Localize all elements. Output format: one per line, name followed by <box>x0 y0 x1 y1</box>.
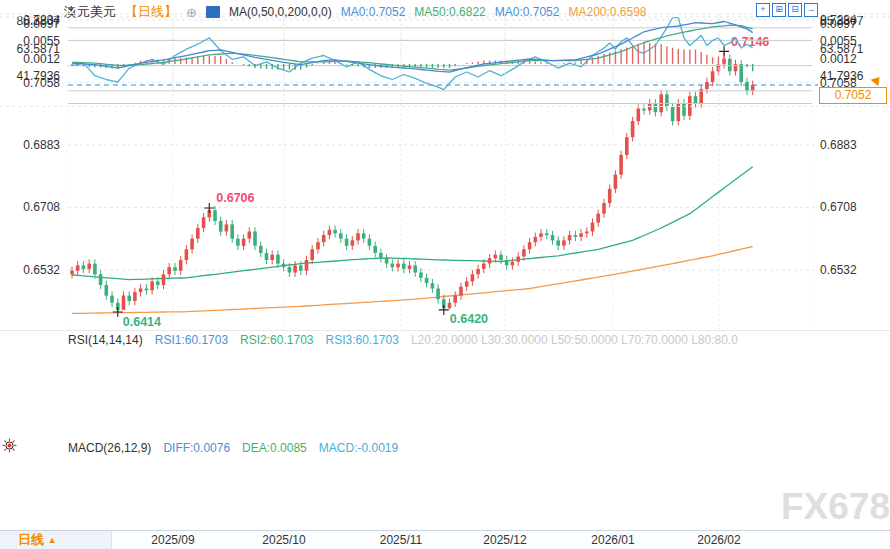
period-tag[interactable]: 【日线】 <box>125 3 177 21</box>
chart-header: 澳元美元 【日线】 ⊕ MA(0,50,0,200,0,0) MA0:0.705… <box>64 3 647 21</box>
x-axis-label: 2025/09 <box>151 533 194 547</box>
period-selector[interactable]: 日线 ▲ <box>0 531 112 549</box>
add-indicator-icon[interactable]: ⊕ <box>186 5 197 20</box>
macd-header: MACD(26,12,9) DIFF:0.0076 DEA:0.0085 MAC… <box>68 441 398 455</box>
x-axis-label: 2025/11 <box>380 533 423 547</box>
svg-text:0.0097: 0.0097 <box>23 17 60 31</box>
x-axis-label: 2025/12 <box>483 533 526 547</box>
rsi2-value: RSI2:60.1703 <box>240 333 313 347</box>
ma0-value: MA0:0.7052 <box>341 5 406 19</box>
svg-text:0.6532: 0.6532 <box>820 263 857 277</box>
rsi1-value: RSI1:60.1703 <box>155 333 228 347</box>
svg-text:0.6708: 0.6708 <box>820 200 857 214</box>
ma200-value: MA200:0.6598 <box>568 5 646 19</box>
chart-toolbar: +⊞⊟→ <box>756 3 818 17</box>
trading-chart-app: 0.71460.67060.64140.64200.72340.72340.70… <box>0 0 890 549</box>
svg-text:0.0012: 0.0012 <box>23 52 60 66</box>
svg-text:0.6883: 0.6883 <box>23 138 60 152</box>
period-arrow-icon: ▲ <box>48 535 57 545</box>
rsi-header: RSI(14,14,14) RSI1:60.1703 RSI2:60.1703 … <box>68 333 738 347</box>
x-axis-label: 2025/10 <box>262 533 305 547</box>
axis-scale-right-icon[interactable]: ⊟ <box>788 3 802 17</box>
macd-dea-value: DEA:0.0085 <box>242 441 307 455</box>
ma0-value-2: MA0:0.7052 <box>495 5 560 19</box>
svg-text:0.6532: 0.6532 <box>23 263 60 277</box>
axis-scale-left-icon[interactable]: ⊞ <box>772 3 786 17</box>
svg-text:0.0055: 0.0055 <box>820 34 857 48</box>
period-label: 日线 <box>18 532 44 547</box>
ma50-value: MA50:0.6822 <box>414 5 485 19</box>
macd-macd-value: MACD:-0.0019 <box>319 441 398 455</box>
pan-right-icon[interactable]: → <box>804 3 818 17</box>
rsi3-value: RSI3:60.1703 <box>326 333 399 347</box>
current-price-tag[interactable]: 0.7052 <box>819 87 887 104</box>
time-axis-bar: 日线 ▲ 2025/092025/102025/112025/122026/01… <box>0 530 890 549</box>
rsi-levels: L20:20.0000 L30:30.0000 L50:50.0000 L70:… <box>411 333 738 347</box>
x-axis-label: 2026/01 <box>591 533 634 547</box>
macd-title[interactable]: MACD(26,12,9) <box>68 441 151 455</box>
x-axis-label: 2026/02 <box>697 533 740 547</box>
svg-text:0.6414: 0.6414 <box>123 315 161 329</box>
svg-text:0.6708: 0.6708 <box>23 200 60 214</box>
svg-text:0.6706: 0.6706 <box>216 191 254 205</box>
macd-diff-value: DIFF:0.0076 <box>163 441 230 455</box>
svg-text:0.0012: 0.0012 <box>820 52 857 66</box>
move-crosshair-icon[interactable]: + <box>756 3 770 17</box>
svg-text:0.0055: 0.0055 <box>23 34 60 48</box>
svg-text:0.0097: 0.0097 <box>820 17 857 31</box>
chart-type-icon[interactable] <box>206 6 220 18</box>
ma-formula: MA(0,50,0,200,0,0) <box>229 5 332 19</box>
svg-text:0.6420: 0.6420 <box>450 312 488 326</box>
svg-text:0.6883: 0.6883 <box>820 138 857 152</box>
rsi-title[interactable]: RSI(14,14,14) <box>68 333 143 347</box>
fx678-watermark: FX678 <box>781 486 890 528</box>
